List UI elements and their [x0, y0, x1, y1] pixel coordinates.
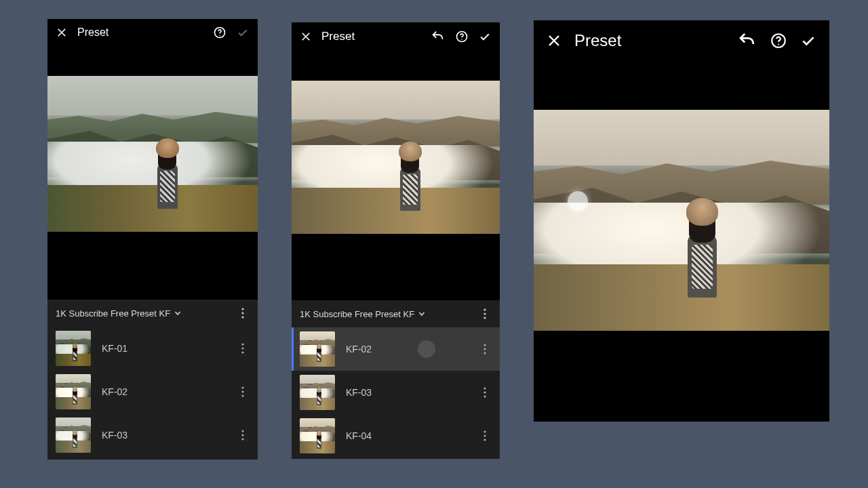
- svg-point-12: [241, 434, 243, 436]
- svg-point-9: [241, 390, 243, 392]
- preset-label: KF-01: [102, 343, 127, 354]
- preset-thumbnail: [56, 331, 91, 366]
- close-icon[interactable]: [546, 33, 562, 49]
- help-icon[interactable]: [770, 32, 787, 49]
- svg-point-18: [484, 317, 486, 319]
- svg-point-7: [241, 351, 243, 353]
- svg-point-29: [778, 43, 779, 45]
- preset-item[interactable]: KF-04: [292, 414, 500, 458]
- preset-label: KF-02: [102, 386, 127, 397]
- svg-point-17: [484, 312, 486, 314]
- preset-more-icon[interactable]: [478, 338, 492, 360]
- touch-indicator: [568, 191, 588, 211]
- svg-point-2: [241, 308, 243, 310]
- preset-panel: 1K Subscribe Free Preset KF KF-02 KF-03 …: [292, 300, 500, 459]
- preset-group-label: 1K Subscribe Free Preset KF: [56, 308, 170, 319]
- svg-point-15: [461, 39, 462, 39]
- confirm-icon[interactable]: [236, 26, 250, 39]
- preset-thumbnail: [300, 331, 335, 367]
- svg-point-5: [241, 343, 243, 345]
- svg-point-27: [484, 439, 486, 441]
- preset-more-icon[interactable]: [478, 425, 492, 447]
- help-icon[interactable]: [213, 26, 226, 39]
- preset-label: KF-02: [346, 344, 372, 354]
- svg-point-4: [241, 316, 243, 318]
- topbar: Preset: [47, 19, 258, 46]
- undo-icon[interactable]: [431, 29, 446, 44]
- preset-label: KF-03: [346, 387, 372, 398]
- svg-point-11: [241, 430, 243, 432]
- preset-item-selected[interactable]: KF-02: [292, 327, 500, 371]
- svg-point-19: [484, 344, 486, 346]
- svg-point-25: [484, 430, 486, 432]
- phone-screenshot-2: Preset 1K Subscribe Free Preset KF: [292, 22, 500, 459]
- page-title: Preset: [574, 31, 621, 50]
- preset-label: KF-04: [346, 430, 372, 441]
- close-icon[interactable]: [300, 30, 312, 43]
- preset-more-icon[interactable]: [478, 382, 492, 403]
- preset-thumbnail: [300, 375, 335, 410]
- preset-group-label: 1K Subscribe Free Preset KF: [300, 309, 414, 319]
- svg-point-23: [484, 391, 486, 393]
- svg-point-21: [484, 352, 486, 354]
- chevron-down-icon: [174, 308, 181, 319]
- svg-point-1: [219, 35, 220, 35]
- phone-screenshot-3: Preset: [534, 20, 829, 422]
- preset-panel: 1K Subscribe Free Preset KF KF-01 KF-02 …: [47, 300, 258, 460]
- preset-thumbnail: [56, 418, 91, 453]
- confirm-icon[interactable]: [478, 30, 492, 43]
- preset-thumbnail: [56, 374, 91, 409]
- svg-point-6: [241, 347, 243, 349]
- image-preview[interactable]: [534, 110, 829, 331]
- image-preview[interactable]: [292, 81, 500, 234]
- touch-ripple: [418, 340, 435, 358]
- svg-point-24: [484, 395, 486, 397]
- help-icon[interactable]: [455, 30, 469, 43]
- topbar: Preset: [292, 22, 500, 51]
- preset-item[interactable]: KF-02: [47, 370, 258, 413]
- preset-label: KF-03: [102, 430, 127, 441]
- svg-point-8: [241, 386, 243, 388]
- svg-point-13: [241, 438, 243, 440]
- phone-screenshot-1: Preset 1K Subscribe Free Preset KF: [47, 19, 258, 460]
- undo-icon[interactable]: [737, 30, 757, 51]
- chevron-down-icon: [418, 309, 425, 319]
- preset-item[interactable]: KF-03: [292, 371, 500, 414]
- page-title: Preset: [77, 26, 108, 39]
- group-more-icon[interactable]: [236, 302, 250, 324]
- preset-thumbnail: [300, 418, 335, 453]
- preset-item[interactable]: KF-03: [47, 413, 258, 457]
- svg-point-26: [484, 434, 486, 436]
- preset-more-icon[interactable]: [236, 338, 250, 359]
- preset-more-icon[interactable]: [236, 381, 250, 403]
- svg-point-20: [484, 348, 486, 350]
- svg-point-3: [241, 312, 243, 314]
- preset-more-icon[interactable]: [236, 424, 250, 446]
- preset-group-selector[interactable]: 1K Subscribe Free Preset KF: [47, 300, 258, 327]
- svg-point-22: [484, 387, 486, 389]
- group-more-icon[interactable]: [478, 303, 492, 325]
- image-preview[interactable]: [47, 76, 258, 232]
- close-icon[interactable]: [56, 26, 68, 39]
- svg-point-16: [484, 308, 486, 310]
- svg-point-10: [241, 394, 243, 396]
- preset-group-selector[interactable]: 1K Subscribe Free Preset KF: [292, 300, 500, 327]
- preset-item[interactable]: KF-01: [47, 327, 258, 370]
- confirm-icon[interactable]: [800, 32, 817, 49]
- topbar: Preset: [534, 20, 829, 61]
- page-title: Preset: [321, 30, 355, 43]
